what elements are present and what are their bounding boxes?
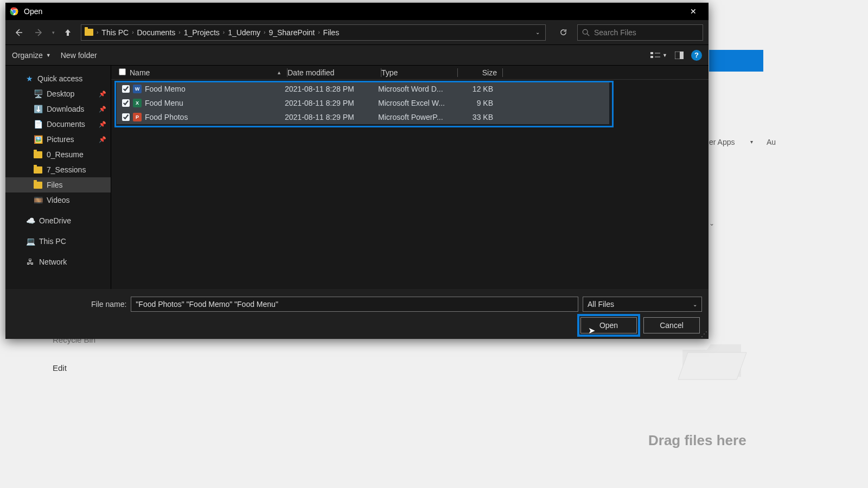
- address-bar[interactable]: › This PC › Documents › 1_Projects › 1_U…: [81, 24, 546, 41]
- folder-icon: [85, 29, 93, 36]
- sidebar-item-videos[interactable]: 🎞️Videos: [5, 192, 111, 208]
- refresh-button[interactable]: [554, 24, 572, 41]
- file-row[interactable]: P Food Photos 2021-08-11 8:29 PM Microso…: [117, 110, 609, 124]
- pc-icon: 💻: [26, 237, 35, 245]
- word-icon: W: [133, 85, 142, 93]
- organize-button[interactable]: Organize ▼: [12, 51, 51, 60]
- chevron-down-icon: ▼: [662, 53, 667, 58]
- pin-icon: 📌: [99, 121, 106, 128]
- chevron-icon: ›: [318, 29, 320, 35]
- sidebar-item-label: Files: [47, 181, 63, 189]
- column-label: Name: [130, 68, 150, 77]
- column-size[interactable]: Size: [458, 68, 502, 77]
- chrome-icon: [10, 7, 18, 16]
- up-button[interactable]: [60, 25, 75, 40]
- dialog-title: Open: [24, 7, 682, 16]
- sidebar-network[interactable]: 🖧Network: [5, 254, 111, 269]
- sidebar-item-desktop[interactable]: 🖥️Desktop📌: [5, 86, 111, 101]
- folder-icon: [34, 151, 42, 158]
- sidebar-item-label: Desktop: [47, 89, 74, 98]
- close-button[interactable]: ✕: [682, 3, 704, 20]
- download-icon: ⬇️: [34, 105, 42, 113]
- bg-au-text: Au: [767, 138, 776, 146]
- address-dropdown-icon[interactable]: ⌄: [533, 29, 542, 35]
- svg-rect-6: [650, 52, 653, 54]
- breadcrumb-documents[interactable]: Documents: [137, 28, 175, 37]
- open-button[interactable]: Open: [580, 317, 637, 333]
- sidebar: ★Quick access 🖥️Desktop📌 ⬇️Downloads📌 📄D…: [5, 66, 111, 289]
- svg-rect-11: [680, 52, 684, 59]
- organize-label: Organize: [12, 51, 43, 60]
- folder-open-icon: [677, 333, 748, 390]
- file-date: 2021-08-11 8:28 PM: [285, 85, 378, 93]
- sidebar-item-documents[interactable]: 📄Documents📌: [5, 117, 111, 132]
- sidebar-item-files[interactable]: Files: [5, 177, 111, 192]
- recent-locations-icon[interactable]: ▾: [52, 30, 55, 35]
- cloud-icon: ☁️: [26, 217, 35, 224]
- chevron-down-icon: ⌄: [693, 301, 697, 307]
- row-checkbox[interactable]: [121, 85, 131, 93]
- column-date[interactable]: Date modified: [288, 68, 381, 77]
- file-name-label: File name:: [91, 300, 126, 309]
- file-name: Food Memo: [145, 85, 285, 93]
- sidebar-item-downloads[interactable]: ⬇️Downloads📌: [5, 101, 111, 117]
- nav-bar: ▾ › This PC › Documents › 1_Projects › 1…: [5, 20, 709, 45]
- sidebar-item-pictures[interactable]: 🖼️Pictures📌: [5, 132, 111, 147]
- sidebar-quick-access[interactable]: ★Quick access: [5, 71, 111, 86]
- breadcrumb-files[interactable]: Files: [323, 28, 340, 37]
- file-name-input[interactable]: [131, 297, 578, 312]
- resize-grip-icon[interactable]: ⋰: [701, 330, 707, 338]
- sidebar-item-label: 7_Sessions: [47, 165, 86, 174]
- new-folder-button[interactable]: New folder: [61, 51, 97, 60]
- open-file-dialog: Open ✕ ▾ › This PC › Documents › 1_Proje…: [5, 3, 709, 339]
- chevron-down-icon: ▼: [46, 53, 51, 58]
- sidebar-item-resume[interactable]: 0_Resume: [5, 147, 111, 162]
- back-button[interactable]: [11, 25, 26, 40]
- file-size: 9 KB: [454, 99, 493, 107]
- chevron-icon: ›: [97, 29, 98, 35]
- file-list[interactable]: W Food Memo 2021-08-11 8:28 PM Microsoft…: [111, 80, 709, 289]
- folder-icon: [34, 166, 42, 174]
- column-type[interactable]: Type: [381, 68, 457, 77]
- sidebar-item-label: OneDrive: [39, 216, 71, 225]
- svg-point-4: [583, 29, 588, 34]
- file-row[interactable]: W Food Memo 2021-08-11 8:28 PM Microsoft…: [117, 82, 609, 96]
- help-button[interactable]: ?: [691, 50, 702, 61]
- forward-button[interactable]: [31, 25, 47, 40]
- file-type: Microsoft Excel W...: [378, 99, 454, 107]
- breadcrumb-sharepoint[interactable]: 9_SharePoint: [269, 28, 315, 37]
- star-icon: ★: [26, 74, 33, 83]
- file-date: 2021-08-11 8:29 PM: [285, 113, 378, 121]
- view-options-button[interactable]: ▼: [650, 52, 667, 59]
- column-name[interactable]: Name▲: [130, 68, 287, 77]
- cancel-button[interactable]: Cancel: [643, 317, 700, 333]
- row-checkbox[interactable]: [121, 99, 131, 107]
- powerpoint-icon: P: [133, 113, 142, 121]
- file-date: 2021-08-11 8:29 PM: [285, 99, 378, 107]
- file-size: 33 KB: [454, 113, 493, 121]
- sidebar-item-label: This PC: [39, 237, 66, 246]
- row-checkbox[interactable]: [121, 113, 131, 121]
- file-type: Microsoft PowerP...: [378, 113, 454, 121]
- folder-icon: [34, 182, 42, 189]
- chevron-icon: ›: [264, 29, 265, 35]
- search-box[interactable]: Search Files: [577, 24, 703, 41]
- breadcrumb-projects[interactable]: 1_Projects: [184, 28, 220, 37]
- sidebar-item-label: Downloads: [47, 105, 84, 113]
- svg-line-5: [587, 34, 589, 36]
- breadcrumb-thispc[interactable]: This PC: [101, 28, 129, 37]
- file-type-select[interactable]: All Files ⌄: [583, 297, 702, 312]
- select-all-checkbox[interactable]: [119, 68, 126, 75]
- title-bar: Open ✕: [5, 3, 709, 20]
- new-folder-label: New folder: [61, 51, 97, 60]
- sidebar-onedrive[interactable]: ☁️OneDrive: [5, 213, 111, 228]
- column-separator[interactable]: [502, 68, 503, 77]
- sidebar-item-label: Videos: [47, 196, 70, 204]
- file-row[interactable]: X Food Menu 2021-08-11 8:29 PM Microsoft…: [117, 96, 609, 110]
- breadcrumb-udemy[interactable]: 1_Udemy: [228, 28, 260, 37]
- bottom-bar: File name: All Files ⌄ Open Cancel: [5, 289, 709, 339]
- file-name: Food Photos: [145, 113, 285, 121]
- preview-pane-button[interactable]: [675, 52, 684, 59]
- sidebar-item-sessions[interactable]: 7_Sessions: [5, 162, 111, 177]
- sidebar-this-pc[interactable]: 💻This PC: [5, 234, 111, 249]
